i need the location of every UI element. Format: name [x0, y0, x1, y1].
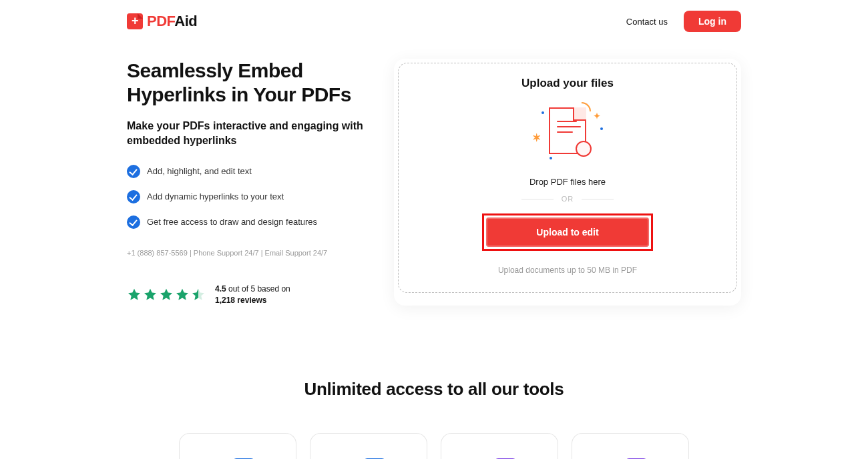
tool-card-pdf-to-image[interactable] [441, 433, 558, 459]
brand-dark: Aid [174, 13, 197, 29]
rating-text: 4.5 out of 5 based on 1,218 reviews [215, 284, 290, 306]
link-icon [576, 141, 592, 157]
tools-title: Unlimited access to all our tools [127, 379, 741, 400]
star-half-icon [191, 288, 206, 302]
logo[interactable]: PDFAid [127, 13, 197, 30]
check-icon [127, 165, 140, 178]
support-line: +1 (888) 857-5569 | Phone Support 24/7 |… [127, 249, 367, 257]
upload-note: Upload documents up to 50 MB in PDF [412, 266, 723, 275]
upload-button[interactable]: Upload to edit [486, 217, 649, 247]
tool-card-pdf-to-word[interactable]: W [179, 433, 296, 459]
stars [127, 288, 206, 302]
upload-card: Upload your files ✶✦ Drop PDF files here… [394, 59, 741, 306]
check-icon [127, 215, 140, 229]
drop-text: Drop PDF files here [412, 177, 723, 187]
feature-text: Get free access to draw and design featu… [147, 217, 317, 227]
feature-item: Add, highlight, and edit text [127, 165, 367, 178]
tool-card-word-to-pdf[interactable]: W [310, 433, 427, 459]
feature-list: Add, highlight, and edit text Add dynami… [127, 165, 367, 229]
document-icon [549, 107, 586, 154]
feature-item: Get free access to draw and design featu… [127, 215, 367, 229]
brand-red: PDF [147, 13, 174, 29]
upload-dropzone[interactable]: Upload your files ✶✦ Drop PDF files here… [398, 63, 737, 293]
star-icon [175, 288, 190, 302]
feature-text: Add dynamic hyperlinks to your text [147, 191, 284, 201]
logo-icon [127, 13, 143, 29]
contact-link[interactable]: Contact us [626, 17, 668, 27]
or-divider: OR [412, 195, 723, 203]
check-icon [127, 190, 140, 203]
feature-item: Add dynamic hyperlinks to your text [127, 190, 367, 203]
feature-text: Add, highlight, and edit text [147, 166, 252, 176]
login-button[interactable]: Log in [684, 11, 741, 32]
star-icon [127, 288, 142, 302]
rating: 4.5 out of 5 based on 1,218 reviews [127, 284, 367, 306]
upload-illustration: ✶✦ [531, 101, 604, 161]
upload-title: Upload your files [412, 77, 723, 90]
star-icon [143, 288, 158, 302]
tool-card-image-to-pdf[interactable] [572, 433, 689, 459]
tool-cards: W W [127, 433, 741, 459]
page-subtitle: Make your PDFs interactive and engaging … [127, 119, 367, 149]
upload-button-highlight: Upload to edit [482, 213, 653, 251]
star-icon [159, 288, 174, 302]
page-title: Seamlessly Embed Hyperlinks in Your PDFs [127, 59, 367, 107]
topbar: PDFAid Contact us Log in [127, 11, 741, 32]
